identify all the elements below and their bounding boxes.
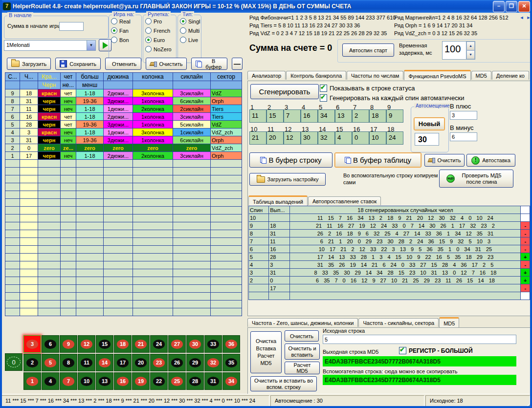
roulette-number-cell[interactable]: 4 [42,372,59,390]
history-empty-cell [20,215,38,222]
close-button[interactable]: ✕ [518,1,530,12]
roulette-number-cell[interactable]: 11 [78,354,95,371]
roulette-number-cell[interactable]: 5 [42,354,59,371]
autospin-start-button[interactable]: Автоспин старт [342,43,394,57]
md5-clear-insert-button[interactable]: Очистить и вставить [285,344,320,360]
tab-drops-1[interactable]: Автопроставление ставок [308,196,381,205]
tab-bottom-1[interactable]: Частота - сиклайны, сектора [358,318,439,327]
roulette-number-cell[interactable]: 34 [222,372,240,390]
checkbox-generate-each-spin[interactable]: Генерировать на каждый спин автоматическ… [320,94,465,102]
generate-button[interactable]: Сгенерировать [250,84,319,99]
toolbar-folder-button[interactable]: Загрузить [7,58,51,70]
roulette-number-cell[interactable]: 18 [114,335,132,353]
roulette-number-cell[interactable]: 23 [150,354,168,371]
toolbar-floppy-button[interactable]: Сохранить [55,58,101,70]
md5-main-button[interactable]: Очистка Вставка Расчет MD5 [250,331,282,373]
md5-clear-button[interactable]: Очистить [285,330,319,342]
roulette-number-cell[interactable]: 21 [132,335,150,353]
roulette-number-cell[interactable]: 32 [204,354,222,371]
minus-input[interactable] [450,132,477,141]
tab-main-2[interactable]: Частоты по числам [347,71,403,80]
radio-option-singl[interactable]: Singl [180,18,199,24]
md5-calc-button[interactable]: Расчет MD5 [285,362,320,374]
tab-main-3[interactable]: Функционал PsevdoMS [404,70,470,80]
checkbox-show-status[interactable]: Показывать в строке статуса [320,85,415,92]
history-cell: Orph [211,152,242,160]
roulette-number-cell[interactable]: 6 [42,335,59,353]
roulette-number-cell[interactable]: 3 [23,335,41,353]
source-string-input[interactable] [323,335,516,344]
roulette-number-cell[interactable]: 25 [168,372,186,390]
minimize-button[interactable]: – [493,1,505,12]
roulette-number-cell[interactable]: 1 [23,372,41,390]
roulette-number-cell[interactable]: 8 [60,354,77,371]
roulette-number-cell[interactable]: 19 [132,372,150,390]
copy-table-button[interactable]: В буфер таблицу [334,152,421,168]
toolbar-brush-button[interactable]: Очистить [146,58,187,70]
tab-bottom-2[interactable]: MD5 [439,317,459,327]
md5-clear-insert-aux-button[interactable]: Очистить и вставить во вспом. строку [250,376,317,391]
tab-main-1[interactable]: Контроль банкролла [286,71,346,80]
radio-option-euro[interactable]: Euro [145,37,174,43]
toolbar-undo-button[interactable]: Отменить [105,58,141,70]
radio-option-french[interactable]: French [145,27,174,34]
chevron-down-icon[interactable]: ▼ [87,40,96,51]
tab-bottom-0[interactable]: Частота - Zero, шансы, дюжины, колонки [247,318,358,327]
roulette-number-cell[interactable]: 10 [78,372,95,390]
roulette-number-cell[interactable]: 35 [222,354,240,371]
roulette-number-cell[interactable]: 14 [96,354,113,371]
delay-spinner[interactable]: 100 ▲ ▼ [442,41,475,60]
autobet-button[interactable]: !Автоставка [466,154,515,167]
load-settings-button[interactable]: Загрузить настройку [249,173,326,186]
radio-option-real[interactable]: Real [111,18,139,24]
tab-main-0[interactable]: Анализатор [247,71,286,80]
preset-combobox[interactable]: 1Melonati ▼ [4,40,96,51]
spinner-up-icon[interactable]: ▲ [466,42,475,50]
history-cell: 1колонка [133,97,173,105]
roulette-number-cell[interactable]: 24 [150,335,168,353]
check-md5-button[interactable]: МД5Проверить МД5 после спина [439,170,513,188]
start-sum-input[interactable] [59,22,84,31]
new-shift-button[interactable]: Новый [414,117,445,130]
roulette-number-cell[interactable]: 29 [186,354,204,371]
roulette-number-cell[interactable]: 31 [204,372,222,390]
register-uppercase-checkbox[interactable]: РЕГИСТР - БОЛЬШОЙ [399,347,473,354]
roulette-number-cell[interactable]: 15 [96,335,113,353]
toolbar-copy-button[interactable]: В буфер [191,58,227,70]
radio-option-bon[interactable]: Bon [111,37,139,43]
roulette-number-cell[interactable]: 12 [78,335,95,353]
history-cell: 5сиклайн [173,121,211,129]
spinner-down-icon[interactable]: ▼ [466,50,475,59]
maximize-button[interactable]: ❐ [506,1,517,12]
roulette-number-cell[interactable]: 9 [60,335,77,353]
roulette-number-cell[interactable]: 16 [114,372,132,390]
tab-scroll-left-icon[interactable]: ◄ [518,14,525,21]
tab-drops-0[interactable]: Таблица выпадений [248,195,308,206]
roulette-zero-cell[interactable]: 0 [5,353,22,371]
collapse-button[interactable]: — [232,58,243,70]
roulette-number-cell[interactable]: 36 [222,335,240,353]
radio-option-fan[interactable]: Fan [111,27,139,34]
roulette-number-cell[interactable]: 20 [132,354,150,371]
tab-main-5[interactable]: Деление ко [492,71,529,80]
roulette-number-cell[interactable]: 33 [204,335,222,353]
roulette-number-cell[interactable]: 30 [186,335,204,353]
radio-option-nozero[interactable]: NoZero [145,46,174,52]
radio-option-live[interactable]: Live [180,37,199,43]
roulette-number-cell[interactable]: 26 [168,354,186,371]
roulette-number-cell[interactable]: 28 [186,372,204,390]
plus-input[interactable] [450,111,477,120]
roulette-number-cell[interactable]: 7 [60,372,77,390]
tab-scroll-right-icon[interactable]: ► [525,14,532,21]
radio-option-multi[interactable]: Multi [180,27,199,34]
roulette-number-cell[interactable]: 17 [114,354,132,371]
copy-row-button[interactable]: В буфер строку [249,152,332,168]
history-header-cell: не... [61,81,76,89]
tab-main-4[interactable]: MD5 [471,71,491,80]
roulette-number-cell[interactable]: 27 [168,335,186,353]
radio-option-pro[interactable]: Pro [145,18,174,24]
clear-button[interactable]: Очистить [424,154,465,167]
roulette-number-cell[interactable]: 2 [23,354,41,371]
roulette-number-cell[interactable]: 13 [96,372,113,390]
roulette-number-cell[interactable]: 22 [150,372,168,390]
